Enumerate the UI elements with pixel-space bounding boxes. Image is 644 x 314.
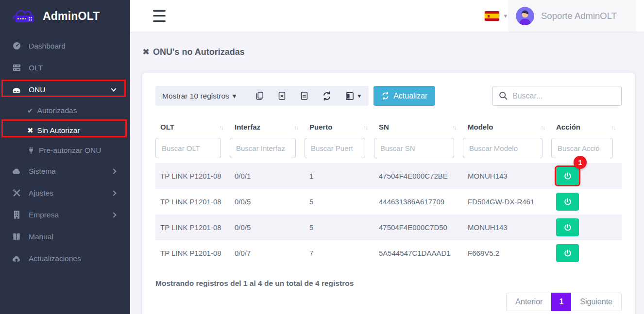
filter-modelo-input[interactable] [463, 138, 542, 158]
app-window: AdminOLT Dashboard OLT ONU [0, 0, 644, 314]
sidebar-item-label: Ajustes [29, 189, 53, 198]
column-header-puerto[interactable]: ↑↓Puerto [305, 116, 374, 138]
sidebar: AdminOLT Dashboard OLT ONU [0, 0, 130, 314]
cell-sn: 5A544547C1DAAAD1 [374, 240, 463, 266]
refresh-icon [381, 92, 390, 100]
user-name: Soporte AdminOLT [541, 11, 617, 21]
pagination-next-button[interactable]: Siguiente [571, 293, 622, 311]
cell-interfaz: 0/0/5 [230, 189, 305, 215]
topbar: ▾ Soporte AdminOLT [130, 0, 644, 32]
power-icon [563, 249, 572, 258]
caret-down-icon[interactable]: ▾ [233, 92, 237, 100]
search-icon [498, 91, 508, 102]
sidebar-item-manual[interactable]: Manual [0, 226, 130, 248]
filter-accion-input[interactable] [551, 138, 613, 158]
menu-toggle-button[interactable] [153, 10, 166, 22]
cell-interfaz: 0/0/1 [230, 163, 305, 189]
reload-table-button[interactable] [322, 91, 332, 101]
authorize-onu-button[interactable] [556, 167, 579, 185]
adminolt-cloud-router-icon [11, 5, 38, 27]
file-export-button[interactable] [300, 91, 309, 100]
pagination-page-1[interactable]: 1 [551, 293, 571, 311]
excel-export-button[interactable] [277, 91, 287, 100]
authorize-onu-button[interactable] [556, 218, 579, 236]
cell-modelo: FD504GW-DX-R461 [463, 189, 551, 215]
sidebar-item-empresa[interactable]: Empresa [0, 204, 130, 226]
column-header-interfaz[interactable]: ↑↓Interfaz [230, 116, 305, 138]
filter-interfaz-input[interactable] [230, 138, 296, 158]
table-toolbar: Mostrar 10 registros ▾ [155, 86, 622, 106]
column-header-sn[interactable]: ↑↓SN [374, 116, 463, 138]
plug-icon [27, 147, 35, 154]
sidebar-item-label: Pre-autorizar ONU [39, 146, 101, 155]
sort-icon[interactable]: ↑↓ [363, 124, 367, 131]
cloud-icon [12, 166, 21, 176]
column-visibility-button[interactable]: ▾ [345, 91, 361, 101]
sidebar-nav: Dashboard OLT ONU ✔ Autorizadas ✖ [0, 35, 130, 269]
pagination-previous-button[interactable]: Anterior [506, 293, 551, 311]
chevron-right-icon [111, 212, 116, 217]
user-menu[interactable]: Soporte AdminOLT [508, 0, 636, 32]
sidebar-item-label: Dashboard [29, 42, 66, 50]
sidebar-item-label: Autorizadas [37, 106, 77, 115]
sidebar-item-label: Sistema [29, 167, 56, 176]
cell-modelo: MONUH143 [463, 163, 551, 189]
table-row: TP LINK P1201-08 0/0/7 7 5A544547C1DAAAD… [155, 240, 622, 266]
brand-name: AdminOLT [43, 10, 100, 23]
sidebar-item-dashboard[interactable]: Dashboard [0, 35, 130, 57]
x-mark-icon: ✖ [142, 47, 150, 57]
filter-olt-input[interactable] [155, 138, 221, 158]
power-icon [563, 223, 572, 232]
caret-down-icon: ▾ [358, 92, 361, 99]
authorize-onu-button[interactable] [556, 244, 579, 262]
cell-interfaz: 0/0/7 [230, 240, 305, 266]
sort-icon[interactable]: ↑↓ [611, 124, 615, 131]
sidebar-item-label: Empresa [29, 211, 59, 219]
cell-sn: 444631386A617709 [374, 189, 463, 215]
cell-modelo: F668V5.2 [463, 240, 551, 266]
sort-icon[interactable]: ↑↓ [541, 124, 544, 131]
toolbar-group: Mostrar 10 registros ▾ [155, 86, 369, 106]
sidebar-item-ajustes[interactable]: Ajustes [0, 182, 130, 204]
sidebar-item-olt[interactable]: OLT [0, 57, 130, 79]
cell-puerto: 1 [305, 163, 374, 189]
sidebar-item-actualizaciones[interactable]: Actualizaciones [0, 248, 130, 269]
sort-icon[interactable]: ↑↓ [294, 124, 298, 131]
column-header-modelo[interactable]: ↑↓Modelo [463, 116, 551, 138]
sort-icon[interactable]: ↑↓ [219, 124, 223, 131]
sidebar-item-pre-autorizar[interactable]: Pre-autorizar ONU [0, 140, 130, 160]
server-icon [12, 63, 21, 73]
cloud-upload-icon [12, 254, 21, 264]
check-icon: ✔ [27, 107, 34, 114]
table-info: Mostrando registros del 1 al 4 de un tot… [155, 279, 622, 288]
sidebar-item-onu[interactable]: ONU [0, 79, 130, 100]
sidebar-item-label: Manual [29, 232, 53, 241]
sidebar-item-sin-autorizar[interactable]: ✖ Sin Autorizar [0, 120, 130, 140]
table-filter-row [155, 138, 622, 163]
filter-puerto-input[interactable] [305, 138, 365, 158]
page-length-dropdown[interactable]: Mostrar 10 registros [162, 92, 229, 100]
table-card: Mostrar 10 registros ▾ [142, 73, 635, 314]
sidebar-item-autorizadas[interactable]: ✔ Autorizadas [0, 100, 130, 120]
cell-sn: 47504F4E000C72BE [374, 163, 463, 189]
cell-accion [551, 240, 622, 266]
chevron-right-icon [111, 190, 116, 196]
cell-accion [551, 189, 622, 215]
authorize-onu-button[interactable] [556, 193, 579, 211]
search-input[interactable] [492, 86, 622, 106]
column-header-accion[interactable]: ↑↓Acción [551, 116, 622, 138]
page-title: ✖ ONU's no Autorizadas [142, 47, 245, 57]
column-header-olt[interactable]: ↑↓OLT [155, 116, 230, 138]
brand-logo[interactable]: AdminOLT [0, 0, 130, 32]
cell-olt: TP LINK P1201-08 [155, 163, 230, 189]
sort-icon[interactable]: ↑↓ [452, 124, 456, 131]
x-mark-icon: ✖ [27, 127, 34, 134]
copy-button[interactable] [255, 91, 264, 100]
sidebar-item-sistema[interactable]: Sistema [0, 160, 130, 182]
actualizar-button[interactable]: Actualizar [373, 86, 435, 106]
table-search [492, 86, 622, 106]
language-selector[interactable]: ▾ [485, 0, 507, 32]
page-title-text: ONU's no Autorizadas [153, 47, 245, 57]
cell-accion [551, 215, 622, 240]
filter-sn-input[interactable] [374, 138, 454, 158]
